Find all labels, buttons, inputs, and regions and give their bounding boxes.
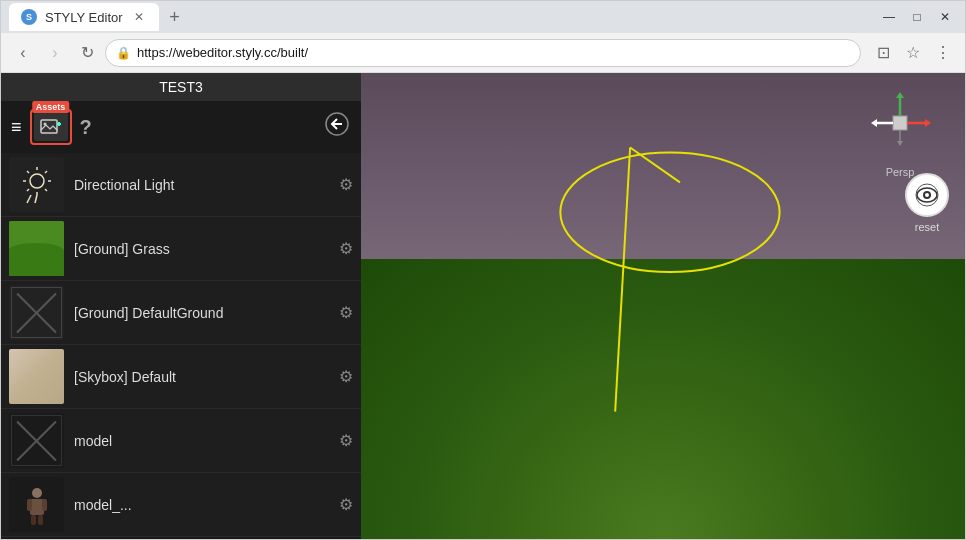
nav-bar: ‹ › ↻ 🔒 https://webeditor.styly.cc/built… <box>1 33 965 73</box>
asset-name-directional-light: Directional Light <box>74 177 339 193</box>
svg-marker-33 <box>925 119 931 127</box>
asset-name-default-ground: [Ground] DefaultGround <box>74 305 339 321</box>
toolbar-left: ≡ Assets <box>11 109 92 145</box>
help-button[interactable]: ? <box>80 116 92 139</box>
svg-line-12 <box>45 189 47 191</box>
svg-point-6 <box>30 174 44 188</box>
back-scene-icon <box>323 112 351 136</box>
svg-marker-37 <box>897 141 903 146</box>
asset-name-skybox: [Skybox] Default <box>74 369 339 385</box>
sidebar-header: TEST3 <box>1 73 361 101</box>
asset-thumbnail-skybox <box>9 349 64 404</box>
asset-gear-directional-light[interactable]: ⚙ <box>339 175 353 194</box>
hamburger-icon[interactable]: ≡ <box>11 117 22 138</box>
asset-thumbnail-grass <box>9 221 64 276</box>
maximize-button[interactable]: □ <box>905 5 929 29</box>
asset-gear-model-person[interactable]: ⚙ <box>339 495 353 514</box>
asset-thumbnail-model-person <box>9 477 64 532</box>
person-icon <box>22 485 52 525</box>
forward-button[interactable]: › <box>41 39 69 67</box>
title-bar: S STYLY Editor ✕ + — □ ✕ <box>1 1 965 33</box>
svg-rect-23 <box>42 499 47 511</box>
menu-button[interactable]: ⋮ <box>929 39 957 67</box>
close-button[interactable]: ✕ <box>933 5 957 29</box>
asset-name-grass: [Ground] Grass <box>74 241 339 257</box>
asset-gear-grass[interactable]: ⚙ <box>339 239 353 258</box>
viewport[interactable]: Persp reset <box>361 73 965 539</box>
svg-rect-22 <box>27 499 32 511</box>
list-item[interactable]: [Ground] DefaultGround ⚙ <box>1 281 361 345</box>
back-scene-button[interactable] <box>323 112 351 142</box>
svg-point-19 <box>9 243 64 259</box>
bookmark-button[interactable]: ☆ <box>899 39 927 67</box>
eye-icon <box>914 182 940 208</box>
toolbar-right <box>323 112 351 142</box>
svg-line-16 <box>35 195 37 203</box>
minimize-button[interactable]: — <box>877 5 901 29</box>
list-item[interactable]: model_... ⚙ <box>1 473 361 537</box>
directional-light-icon <box>17 165 57 205</box>
svg-rect-25 <box>38 515 43 525</box>
svg-point-40 <box>925 193 929 197</box>
svg-rect-24 <box>31 515 36 525</box>
list-item[interactable]: [Ground] Grass ⚙ <box>1 217 361 281</box>
svg-rect-21 <box>30 499 44 515</box>
asset-gear-default-ground[interactable]: ⚙ <box>339 303 353 322</box>
sidebar-toolbar: ≡ Assets <box>1 101 361 153</box>
tab-title: STYLY Editor <box>45 10 123 25</box>
svg-line-14 <box>27 189 29 191</box>
asset-thumbnail-default-ground <box>9 285 64 340</box>
address-bar[interactable]: 🔒 https://webeditor.styly.cc/built/ <box>105 39 861 67</box>
assets-label: Assets <box>32 101 70 113</box>
viewport-ground <box>361 259 965 539</box>
browser-frame: S STYLY Editor ✕ + — □ ✕ ‹ › ↻ 🔒 https:/… <box>0 0 966 540</box>
nav-extras: ⊡ ☆ ⋮ <box>869 39 957 67</box>
url-text: https://webeditor.styly.cc/built/ <box>137 45 850 60</box>
perspective-gizmo-icon <box>865 88 935 158</box>
asset-gear-model[interactable]: ⚙ <box>339 431 353 450</box>
asset-name-model: model <box>74 433 339 449</box>
back-button[interactable]: ‹ <box>9 39 37 67</box>
asset-thumbnail-directional-light <box>9 157 64 212</box>
reset-button[interactable]: reset <box>905 173 949 233</box>
list-item[interactable]: [Skybox] Default ⚙ <box>1 345 361 409</box>
add-asset-icon <box>40 117 62 137</box>
cast-button[interactable]: ⊡ <box>869 39 897 67</box>
grass-icon <box>9 221 64 276</box>
svg-marker-35 <box>871 119 877 127</box>
asset-name-model-person: model_... <box>74 497 339 513</box>
browser-tab[interactable]: S STYLY Editor ✕ <box>9 3 159 31</box>
new-tab-button[interactable]: + <box>163 5 187 29</box>
reset-label: reset <box>915 221 939 233</box>
tab-close-button[interactable]: ✕ <box>131 9 147 25</box>
lock-icon: 🔒 <box>116 46 131 60</box>
asset-gear-skybox[interactable]: ⚙ <box>339 367 353 386</box>
asset-list: Directional Light ⚙ [Ground] Grass ⚙ <box>1 153 361 539</box>
svg-point-20 <box>32 488 42 498</box>
sidebar: TEST3 ≡ Assets <box>1 73 361 539</box>
list-item[interactable]: Directional Light ⚙ <box>1 153 361 217</box>
main-content: TEST3 ≡ Assets <box>1 73 965 539</box>
window-controls: — □ ✕ <box>877 5 957 29</box>
list-item[interactable]: model ⚙ <box>1 409 361 473</box>
reset-circle <box>905 173 949 217</box>
assets-button-wrapper: Assets <box>30 109 72 145</box>
svg-marker-31 <box>896 92 904 98</box>
svg-rect-29 <box>893 116 907 130</box>
svg-rect-0 <box>41 120 57 133</box>
gizmo[interactable]: Persp <box>865 88 935 158</box>
svg-line-13 <box>45 171 47 173</box>
tab-favicon: S <box>21 9 37 25</box>
asset-thumbnail-model <box>9 413 64 468</box>
svg-line-11 <box>27 171 29 173</box>
add-asset-button[interactable] <box>34 113 68 141</box>
reload-button[interactable]: ↻ <box>73 39 101 67</box>
svg-line-15 <box>27 195 31 203</box>
scene-title: TEST3 <box>159 79 203 95</box>
